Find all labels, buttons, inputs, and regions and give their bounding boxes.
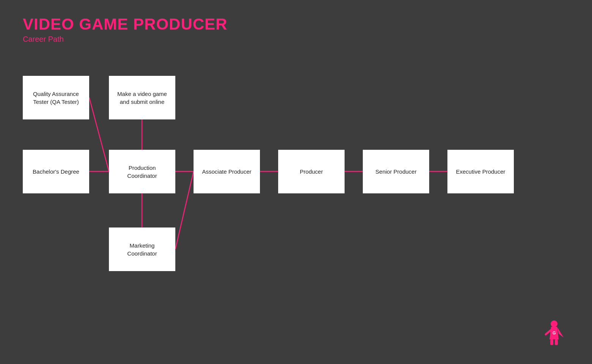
card-label-executive-producer: Executive Producer bbox=[456, 168, 505, 176]
card-label-qa-tester: Quality Assurance Tester (QA Tester) bbox=[33, 90, 79, 106]
svg-line-0 bbox=[89, 97, 109, 171]
card-production-coordinator[interactable]: Production Coordinator bbox=[109, 150, 175, 193]
header: VIDEO GAME PRODUCER Career Path bbox=[23, 15, 227, 44]
page-subtitle: Career Path bbox=[23, 35, 227, 44]
svg-rect-12 bbox=[550, 339, 553, 345]
card-label-producer: Producer bbox=[300, 168, 323, 176]
card-make-video-game[interactable]: Make a video game and submit online bbox=[109, 76, 175, 119]
svg-point-9 bbox=[551, 320, 557, 327]
svg-line-4 bbox=[175, 171, 194, 249]
card-marketing-coordinator[interactable]: Marketing Coordinator bbox=[109, 228, 175, 271]
card-qa-tester[interactable]: Quality Assurance Tester (QA Tester) bbox=[23, 76, 89, 119]
card-label-senior-producer: Senior Producer bbox=[375, 168, 416, 176]
card-executive-producer[interactable]: Executive Producer bbox=[447, 150, 514, 193]
card-label-make-video-game: Make a video game and submit online bbox=[117, 90, 167, 106]
card-senior-producer[interactable]: Senior Producer bbox=[363, 150, 429, 193]
card-associate-producer[interactable]: Associate Producer bbox=[194, 150, 260, 193]
card-label-production-coordinator: Production Coordinator bbox=[127, 164, 157, 180]
card-bachelors[interactable]: Bachelor's Degree bbox=[23, 150, 89, 193]
card-label-associate-producer: Associate Producer bbox=[202, 168, 251, 176]
svg-rect-13 bbox=[555, 339, 558, 345]
svg-text:G: G bbox=[553, 331, 556, 335]
logo: G bbox=[539, 318, 569, 349]
page-title: VIDEO GAME PRODUCER bbox=[23, 15, 227, 33]
card-producer[interactable]: Producer bbox=[278, 150, 345, 193]
card-label-bachelors: Bachelor's Degree bbox=[33, 168, 79, 176]
diagram-area: Quality Assurance Tester (QA Tester)Make… bbox=[0, 57, 592, 345]
card-label-marketing-coordinator: Marketing Coordinator bbox=[127, 242, 157, 257]
